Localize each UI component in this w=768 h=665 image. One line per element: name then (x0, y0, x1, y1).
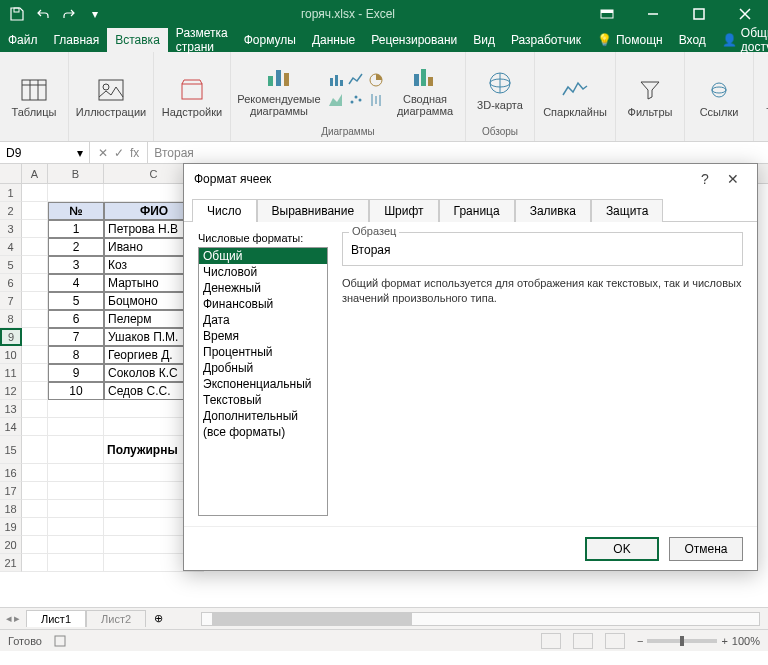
cell[interactable] (104, 184, 204, 202)
cell[interactable]: Ушаков П.М. (104, 328, 204, 346)
cell[interactable]: Пелерм (104, 310, 204, 328)
cell[interactable]: 7 (48, 328, 104, 346)
cell[interactable]: Мартыно (104, 274, 204, 292)
cell[interactable] (48, 500, 104, 518)
page-layout-view-icon[interactable] (573, 633, 593, 649)
tab-formulas[interactable]: Формулы (236, 28, 304, 52)
redo-icon[interactable] (58, 3, 80, 25)
col-header-a[interactable]: A (22, 164, 48, 183)
cell[interactable]: Коз (104, 256, 204, 274)
cell[interactable] (22, 292, 48, 310)
cell[interactable]: 1 (48, 220, 104, 238)
cell[interactable]: 10 (48, 382, 104, 400)
cell[interactable] (48, 418, 104, 436)
cell[interactable]: 5 (48, 292, 104, 310)
area-chart-icon[interactable] (327, 91, 345, 109)
cell[interactable] (22, 400, 48, 418)
bar-chart-icon[interactable] (327, 71, 345, 89)
ribbon-options-icon[interactable] (584, 0, 630, 28)
cell[interactable] (48, 536, 104, 554)
zoom-in-icon[interactable]: + (721, 635, 727, 647)
formula-input[interactable]: Вторая (148, 142, 768, 163)
horizontal-scrollbar[interactable] (201, 612, 760, 626)
cell[interactable] (22, 418, 48, 436)
cell[interactable] (22, 346, 48, 364)
share-button[interactable]: 👤Общий доступ (714, 28, 768, 52)
cell[interactable] (22, 220, 48, 238)
tab-data[interactable]: Данные (304, 28, 363, 52)
cell[interactable] (48, 464, 104, 482)
row-header[interactable]: 6 (0, 274, 22, 292)
text-button[interactable]: AТекст (760, 76, 768, 118)
illustrations-button[interactable]: Иллюстрации (75, 76, 147, 118)
cell[interactable] (104, 500, 204, 518)
cell[interactable] (48, 400, 104, 418)
cell[interactable] (104, 536, 204, 554)
zoom-slider[interactable] (647, 639, 717, 643)
cell[interactable] (48, 518, 104, 536)
next-sheet-icon[interactable]: ▸ (14, 612, 20, 625)
cell[interactable] (48, 436, 104, 464)
maximize-icon[interactable] (676, 0, 722, 28)
tab-page-layout[interactable]: Разметка страни (168, 28, 236, 52)
sparklines-button[interactable]: Спарклайны (541, 76, 609, 118)
cell[interactable]: № (48, 202, 104, 220)
tab-view[interactable]: Вид (465, 28, 503, 52)
cell[interactable] (22, 256, 48, 274)
cell[interactable]: 4 (48, 274, 104, 292)
tab-home[interactable]: Главная (46, 28, 108, 52)
cell[interactable] (22, 310, 48, 328)
cell[interactable] (22, 536, 48, 554)
cell[interactable] (104, 518, 204, 536)
col-header-c[interactable]: C (104, 164, 204, 183)
cell[interactable] (22, 464, 48, 482)
cell[interactable] (22, 500, 48, 518)
tab-file[interactable]: Файл (0, 28, 46, 52)
page-break-view-icon[interactable] (605, 633, 625, 649)
addins-button[interactable]: Надстройки (160, 76, 224, 118)
tell-me[interactable]: 💡Помощн (589, 28, 671, 52)
cell[interactable]: 8 (48, 346, 104, 364)
3d-map-button[interactable]: 3D-карта (472, 69, 528, 111)
cell[interactable] (22, 202, 48, 220)
cell[interactable]: Боцмоно (104, 292, 204, 310)
cell[interactable]: Ивано (104, 238, 204, 256)
sheet-tab-2[interactable]: Лист2 (86, 610, 146, 627)
row-header[interactable]: 15 (0, 436, 22, 464)
tab-review[interactable]: Рецензировани (363, 28, 465, 52)
cell[interactable] (104, 482, 204, 500)
cell[interactable] (22, 382, 48, 400)
cell[interactable]: 2 (48, 238, 104, 256)
row-header[interactable]: 11 (0, 364, 22, 382)
qat-customize-icon[interactable]: ▾ (84, 3, 106, 25)
filters-button[interactable]: Фильтры (622, 76, 678, 118)
normal-view-icon[interactable] (541, 633, 561, 649)
row-header[interactable]: 14 (0, 418, 22, 436)
minimize-icon[interactable] (630, 0, 676, 28)
cell[interactable]: 3 (48, 256, 104, 274)
prev-sheet-icon[interactable]: ◂ (6, 612, 12, 625)
cell[interactable]: Седов С.С. (104, 382, 204, 400)
enter-formula-icon[interactable]: ✓ (114, 146, 124, 160)
cell[interactable]: Полужирны (104, 436, 204, 464)
row-header[interactable]: 4 (0, 238, 22, 256)
tables-button[interactable]: Таблицы (6, 76, 62, 118)
cell[interactable] (22, 328, 48, 346)
cell[interactable] (104, 418, 204, 436)
cancel-formula-icon[interactable]: ✕ (98, 146, 108, 160)
row-header[interactable]: 8 (0, 310, 22, 328)
name-box[interactable]: D9▾ (0, 142, 90, 163)
links-button[interactable]: Ссылки (691, 76, 747, 118)
row-header[interactable]: 16 (0, 464, 22, 482)
cell[interactable] (48, 554, 104, 572)
zoom-out-icon[interactable]: − (637, 635, 643, 647)
stock-chart-icon[interactable] (367, 91, 385, 109)
row-header[interactable]: 5 (0, 256, 22, 274)
cell[interactable]: ФИО (104, 202, 204, 220)
row-header[interactable]: 3 (0, 220, 22, 238)
cell[interactable]: 6 (48, 310, 104, 328)
row-header[interactable]: 21 (0, 554, 22, 572)
fx-icon[interactable]: fx (130, 146, 139, 160)
cell[interactable] (22, 436, 48, 464)
macro-record-icon[interactable] (54, 635, 66, 647)
